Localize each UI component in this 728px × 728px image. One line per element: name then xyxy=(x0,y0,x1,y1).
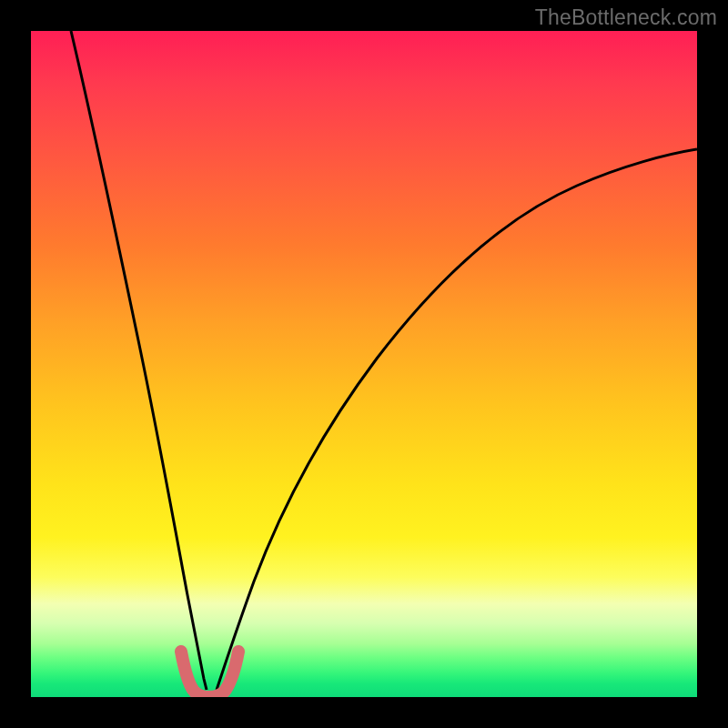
curve-left-branch xyxy=(71,31,207,690)
chart-frame: TheBottleneck.com xyxy=(0,0,728,728)
optimal-zone-marker xyxy=(181,652,238,697)
curve-right-branch xyxy=(217,149,697,690)
plot-area xyxy=(31,31,697,697)
watermark-text: TheBottleneck.com xyxy=(535,5,717,30)
curve-layer xyxy=(31,31,697,697)
